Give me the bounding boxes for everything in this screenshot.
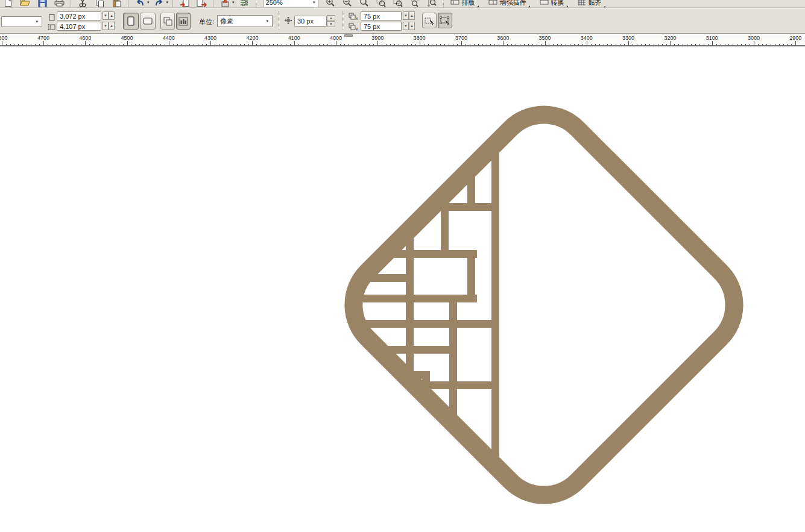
ruler-minor-tick	[373, 44, 374, 45]
redo-dropdown-arrow[interactable]: ▾	[166, 0, 169, 5]
ruler-major-tick	[127, 41, 128, 45]
save-icon[interactable]	[36, 0, 48, 8]
ruler-minor-tick	[507, 44, 508, 45]
ruler-minor-tick	[750, 44, 750, 45]
page-height-spinner[interactable]: ▼▲	[103, 22, 115, 30]
undo-dropdown-arrow[interactable]: ▾	[147, 0, 150, 5]
units-value: 像素	[220, 17, 233, 26]
spinner-down-icon[interactable]: ▼	[403, 22, 409, 30]
treat-as-filled-button[interactable]	[422, 13, 437, 28]
new-document-icon[interactable]	[2, 0, 14, 8]
ruler-minor-tick	[353, 44, 353, 45]
ruler-minor-tick	[232, 44, 232, 45]
undo-icon[interactable]	[134, 0, 146, 8]
copy-icon[interactable]	[93, 0, 106, 8]
print-icon[interactable]	[53, 0, 65, 8]
toolbar-button-layout[interactable]: 排版	[447, 0, 479, 8]
zoom-in-icon[interactable]	[324, 0, 336, 8]
spinner-up-icon[interactable]: ▲	[327, 15, 335, 21]
page-size-combo[interactable]: ▾	[1, 16, 42, 27]
portrait-orientation-button[interactable]	[123, 13, 139, 30]
toolbar-button-plugins[interactable]: 增强插件	[485, 0, 530, 8]
ruler-minor-tick	[490, 44, 491, 45]
cut-icon[interactable]	[77, 0, 89, 8]
page-height-field[interactable]: 4,107 px	[57, 22, 101, 31]
duplicate-distance-y-field[interactable]: 75 px	[361, 22, 402, 31]
set-size-all-pages-button[interactable]	[160, 13, 175, 30]
ruler-minor-tick	[27, 44, 27, 45]
ruler-minor-tick	[662, 44, 663, 45]
lattice-vertical-bar	[441, 203, 449, 258]
ruler-minor-tick	[319, 44, 320, 45]
export-icon[interactable]	[195, 0, 207, 8]
ruler-minor-tick	[440, 44, 441, 45]
units-combo[interactable]: 像素 ▾	[217, 15, 273, 27]
spinner-up-icon[interactable]: ▲	[409, 22, 415, 30]
duplicate-x-spinner[interactable]: ▼▲	[403, 11, 415, 20]
duplicate-distance-y-icon: y	[349, 22, 358, 33]
spinner-up-icon[interactable]: ▲	[109, 11, 115, 20]
ruler-label: 4700	[37, 35, 49, 41]
lattice-diamond-logo[interactable]	[0, 48, 805, 532]
nudge-offset-icon	[284, 16, 292, 27]
ruler-minor-tick	[595, 44, 596, 45]
ruler-minor-tick	[69, 44, 69, 45]
spinner-up-icon[interactable]: ▲	[409, 11, 415, 20]
zoom-out-icon[interactable]	[341, 0, 353, 8]
nudge-distance-field[interactable]: 30 px	[294, 16, 327, 27]
ruler-minor-tick	[219, 44, 219, 45]
spinner-down-icon[interactable]: ▼	[403, 11, 409, 20]
ruler-label: 4500	[121, 35, 133, 41]
zoom-to-page-width-icon[interactable]	[409, 0, 421, 8]
nudge-spinner[interactable]: ▲▼	[327, 15, 335, 27]
landscape-orientation-button[interactable]	[140, 13, 156, 30]
zoom-to-page-height-icon[interactable]	[426, 0, 438, 8]
box-selection-mode-button[interactable]	[438, 13, 452, 28]
ruler-minor-tick	[131, 44, 131, 45]
ruler-major-tick	[712, 41, 713, 45]
spinner-down-icon[interactable]: ▼	[103, 22, 109, 30]
redo-icon[interactable]	[153, 0, 165, 8]
ruler-label: 4400	[163, 35, 175, 41]
ruler-minor-tick	[783, 44, 784, 45]
paste-icon[interactable]	[110, 0, 122, 8]
ruler-minor-tick	[256, 44, 257, 45]
options-icon[interactable]	[238, 0, 250, 8]
ruler-minor-tick	[269, 44, 270, 45]
toolbar-button-convert[interactable]: 转换	[536, 0, 568, 8]
drawing-canvas[interactable]	[0, 48, 805, 532]
zoom-to-selection-icon[interactable]	[375, 0, 387, 8]
launcher-dropdown-arrow[interactable]: ▾	[232, 0, 235, 5]
lattice-vertical-bar	[491, 134, 499, 475]
duplicate-y-spinner[interactable]: ▼▲	[403, 22, 415, 30]
ruler-minor-tick	[399, 44, 399, 45]
units-label: 单位:	[199, 17, 214, 27]
import-icon[interactable]	[178, 0, 191, 8]
zoom-level-combo[interactable]: 250% ▾	[263, 0, 318, 8]
ruler-minor-tick	[520, 44, 520, 45]
set-size-current-page-button[interactable]	[176, 13, 191, 30]
zoom-actual-size-icon[interactable]	[358, 0, 370, 8]
toolbar-button-snap[interactable]: 贴齐	[574, 0, 605, 8]
ruler-label: 2900	[789, 35, 801, 41]
toolbar-button-label: 转换	[551, 0, 564, 7]
ruler-minor-tick	[148, 44, 148, 45]
ruler-minor-tick	[236, 44, 236, 45]
flyout-corner-arrow	[603, 5, 605, 8]
ruler-minor-tick	[60, 44, 61, 45]
zoom-to-all-icon[interactable]	[392, 0, 404, 8]
ruler-label: 3700	[455, 35, 467, 41]
page-width-spinner[interactable]: ▼▲	[103, 11, 115, 20]
open-document-icon[interactable]	[19, 0, 31, 8]
ruler-minor-tick	[516, 44, 516, 45]
horizontal-ruler[interactable]: 4800470046004500440043004200410040003900…	[0, 34, 805, 46]
ruler-minor-tick	[453, 44, 453, 45]
application-launcher-icon[interactable]	[219, 0, 231, 8]
ruler-minor-tick	[611, 44, 612, 45]
spinner-down-icon[interactable]: ▼	[327, 21, 335, 27]
spinner-up-icon[interactable]: ▲	[109, 22, 115, 30]
page-width-field[interactable]: 3,072 px	[57, 11, 101, 20]
spinner-down-icon[interactable]: ▼	[103, 11, 109, 20]
duplicate-distance-x-field[interactable]: 75 px	[361, 11, 402, 20]
diamond-outline[interactable]	[334, 95, 754, 515]
